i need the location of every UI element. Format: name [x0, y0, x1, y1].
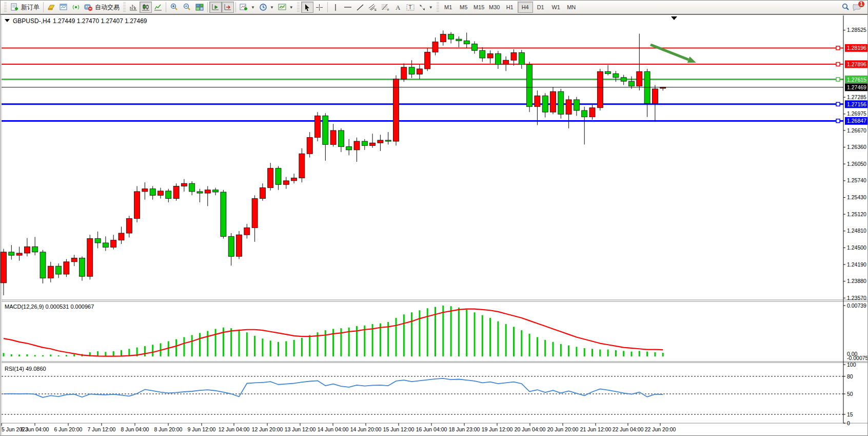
notifications-button[interactable]: 1 [852, 3, 861, 11]
zoom-in-icon [170, 3, 179, 11]
candle-body [409, 67, 415, 74]
profile-button[interactable] [45, 2, 57, 13]
auto-trading-button[interactable]: 自动交易 [82, 2, 122, 13]
equidistant-channel-button[interactable]: E [366, 2, 379, 13]
candle-body [1, 252, 7, 283]
macd-axis-label: -0.000751 [847, 355, 868, 361]
candle-body [228, 236, 234, 256]
fibonacci-icon: F [381, 3, 390, 11]
signals-icon [72, 3, 80, 11]
line-handle[interactable] [836, 102, 840, 106]
line-handle[interactable] [836, 78, 840, 81]
terminal-window: 1.285251.272851.269751.266701.263601.260… [0, 0, 868, 436]
candle-body [236, 235, 242, 256]
text-button[interactable]: A [392, 2, 404, 13]
candle-body [613, 74, 619, 78]
chart-type-group [127, 1, 164, 14]
chart-shift-icon [224, 3, 232, 11]
timeframes-group: M1 M5 M15 M30 H1 H4 D1 W1 MN [441, 1, 579, 14]
candle-body [354, 141, 360, 150]
line-handle[interactable] [836, 62, 840, 66]
candle-body [456, 39, 462, 41]
candle-body [126, 219, 132, 233]
candle-body [40, 252, 46, 278]
candle-body [189, 183, 195, 192]
price-tag-label: 1.27896 [847, 61, 866, 67]
chevron-down-icon: ▼ [289, 5, 293, 10]
signals-button[interactable] [70, 2, 82, 13]
chart-surface[interactable]: 1.285251.272851.269751.266701.263601.260… [1, 1, 868, 436]
time-axis-label: 20 Jun 20:00 [547, 426, 579, 432]
candle-body [401, 67, 407, 79]
search-button[interactable] [839, 2, 852, 13]
candle-body [181, 183, 187, 186]
toolbar-grip[interactable] [4, 2, 7, 12]
candle-body [111, 240, 116, 248]
timeframe-m5-button[interactable]: M5 [456, 2, 471, 13]
scroll-group [209, 1, 234, 14]
price-tag-label: 1.27615 [847, 77, 866, 83]
objects-group: E F A T ▼ [301, 1, 435, 14]
vertical-line-icon [332, 4, 339, 11]
candlestick-chart-button[interactable] [140, 2, 152, 13]
time-axis-label: 13 Jun 12:00 [285, 426, 316, 432]
equidistant-channel-icon: E [368, 3, 377, 11]
candle-body [370, 143, 376, 145]
candle-body [472, 44, 478, 51]
price-axis-label: 1.24190 [847, 261, 866, 268]
bar-chart-button[interactable] [127, 2, 140, 13]
arrows-button[interactable]: ▼ [417, 2, 435, 13]
time-axis-label: 22 Jun 04:00 [613, 426, 644, 432]
indicators-button[interactable]: ▼ [238, 2, 257, 13]
new-order-icon [10, 3, 19, 11]
time-axis-label: 18 Jun 23:00 [449, 426, 480, 432]
crosshair-button[interactable] [313, 2, 326, 13]
auto-scroll-button[interactable] [209, 2, 222, 13]
templates-icon [278, 3, 287, 11]
time-axis-label: 8 Jun 04:00 [121, 426, 149, 432]
separator [166, 2, 166, 12]
toolbar-grip[interactable] [297, 2, 300, 12]
timeframe-d1-button[interactable]: D1 [533, 2, 548, 13]
data-window-icon [60, 3, 68, 11]
timeframe-m1-button[interactable]: M1 [441, 2, 456, 13]
candle-body [64, 262, 69, 274]
toolbar-grip[interactable] [437, 2, 439, 12]
timeframe-h1-button[interactable]: H1 [502, 2, 518, 13]
text-label-button[interactable]: T [404, 2, 417, 13]
line-chart-button[interactable] [152, 2, 164, 13]
horizontal-line-button[interactable] [342, 2, 354, 13]
search-icon [841, 3, 850, 11]
toolbar-grip[interactable] [123, 2, 126, 12]
candle-body [448, 34, 454, 39]
line-handle[interactable] [836, 46, 840, 50]
candle-body [95, 239, 101, 243]
candle-body [197, 192, 203, 193]
tile-windows-button[interactable] [193, 2, 206, 13]
line-handle[interactable] [836, 119, 840, 123]
trendline-button[interactable] [354, 2, 366, 13]
timeframe-m30-button[interactable]: M30 [487, 2, 502, 13]
rsi-axis-label: 0 [847, 420, 850, 426]
timeframe-m15-button[interactable]: M15 [471, 2, 487, 13]
cursor-button[interactable] [301, 2, 313, 13]
price-tag-label: 1.27156 [847, 101, 866, 107]
zoom-out-button[interactable] [181, 2, 193, 13]
price-axis-label: 1.26050 [847, 161, 866, 167]
timeframe-h4-button[interactable]: H4 [518, 2, 533, 13]
candle-body [566, 100, 571, 114]
new-order-button[interactable]: 新订单 [8, 2, 42, 13]
zoom-in-button[interactable] [168, 2, 181, 13]
candle-body [597, 71, 603, 108]
time-axis-label: 9 Jun 12:00 [188, 426, 216, 432]
fibonacci-button[interactable]: F [379, 2, 392, 13]
vertical-line-button[interactable] [329, 2, 342, 13]
timeframe-mn-button[interactable]: MN [564, 2, 579, 13]
periods-icon [259, 3, 267, 11]
data-window-button[interactable] [57, 2, 70, 13]
templates-button[interactable]: ▼ [276, 2, 295, 13]
rsi-axis-label: 15 [847, 411, 853, 418]
periods-button[interactable]: ▼ [257, 2, 276, 13]
chart-shift-button[interactable] [222, 2, 234, 13]
timeframe-w1-button[interactable]: W1 [548, 2, 564, 13]
